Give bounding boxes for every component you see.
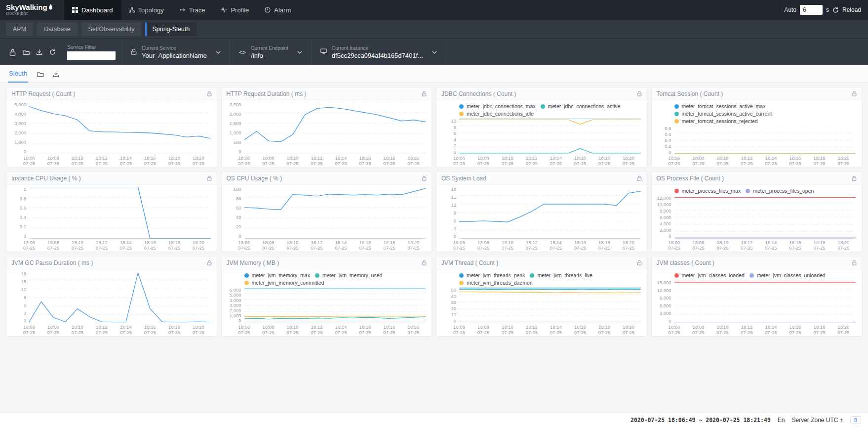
nav-item-profile[interactable]: Profile: [213, 0, 257, 20]
legend-item[interactable]: meter_tomcat_sessions_active_max: [674, 103, 766, 109]
legend-item[interactable]: meter_jvm_memory_used: [315, 272, 382, 278]
legend-item[interactable]: meter_tomcat_sessions_active_current: [674, 111, 772, 117]
legend-item[interactable]: meter_tomcat_sessions_rejected: [674, 118, 758, 124]
x-tick-time: 18:08: [692, 240, 704, 245]
x-tick-label: 18:2007-25: [837, 240, 849, 251]
x-tick-time: 18:10: [72, 324, 83, 330]
legend-item[interactable]: meter_process_files_open: [746, 188, 814, 194]
lock-icon[interactable]: [852, 91, 857, 96]
legend-label: meter_jvm_classes_loaded: [682, 272, 745, 278]
x-tick-time: 18:14: [765, 240, 777, 245]
lock-icon[interactable]: [422, 260, 427, 265]
legend-item[interactable]: meter_jvm_memory_max: [244, 272, 310, 278]
legend-item[interactable]: meter_process_files_max: [674, 188, 741, 194]
tab-sleuth[interactable]: Sleuth: [8, 65, 28, 83]
folder-icon[interactable]: [37, 71, 44, 77]
logo[interactable]: SkyWalking Rocketbot: [6, 3, 64, 16]
language-toggle[interactable]: En: [778, 417, 785, 424]
legend-item[interactable]: meter_jvm_memory_committed: [244, 280, 324, 286]
lock-icon[interactable]: [637, 91, 642, 96]
chart-plot: 5,0004,0003,0002,0001,000018:0607-2518:0…: [9, 102, 211, 166]
chart-title: HTTP Request ( Count ): [11, 90, 75, 97]
download-icon[interactable]: [33, 49, 46, 55]
chart-panel-header: JVM Thread ( Count ): [436, 256, 647, 269]
reload-label[interactable]: Reload: [842, 6, 861, 13]
reload-icon[interactable]: [832, 7, 839, 13]
tab-selfobservability[interactable]: SelfObservability: [81, 22, 142, 36]
x-tick-time: 18:14: [120, 155, 132, 161]
lock-icon[interactable]: [207, 260, 212, 265]
tab-database[interactable]: Database: [37, 22, 78, 36]
x-tick-date: 07-25: [359, 245, 371, 251]
x-tick-time: 18:10: [502, 324, 513, 330]
legend-item[interactable]: meter_jdbc_connections_max: [459, 103, 536, 109]
y-tick-label: 15: [451, 195, 456, 200]
legend-item[interactable]: meter_jvm_threads_peak: [459, 272, 525, 278]
lock-icon[interactable]: [6, 49, 19, 56]
x-tick-date: 07-25: [837, 330, 849, 335]
tab-apm[interactable]: APM: [6, 22, 33, 36]
x-tick-label: 18:0607-25: [453, 324, 465, 336]
x-tick-time: 18:18: [383, 324, 395, 330]
x-axis-labels: 18:0607-2518:0807-2518:1007-2518:1207-25…: [29, 154, 211, 166]
lock-icon[interactable]: [207, 91, 212, 96]
lock-icon[interactable]: [852, 175, 857, 181]
x-tick-date: 07-25: [47, 161, 59, 166]
x-tick-date: 07-25: [193, 161, 204, 166]
nav-item-trace[interactable]: Trace: [172, 0, 213, 20]
chart-plot: 181512963018:0607-2518:0807-2518:1007-25…: [9, 271, 211, 335]
lock-icon[interactable]: [207, 175, 212, 181]
current-endpoint-selector[interactable]: <> Current Endpoint /info: [230, 39, 311, 65]
chart-title: HTTP Request Duration ( ms ): [227, 90, 307, 97]
x-tick-time: 18:16: [144, 324, 156, 330]
chart-panel-header: Tomcat Session ( Count ): [652, 87, 862, 100]
nav-item-dashboard[interactable]: Dashboard: [64, 0, 121, 20]
x-tick-label: 18:0607-25: [238, 324, 250, 336]
x-tick-date: 07-25: [335, 161, 347, 166]
x-tick-label: 18:1007-25: [502, 240, 513, 251]
x-tick-time: 18:20: [623, 240, 634, 245]
legend-item[interactable]: meter_jdbc_connections_idle: [459, 111, 534, 117]
lock-icon[interactable]: [637, 260, 642, 265]
x-tick-date: 07-25: [453, 245, 465, 251]
x-tick-label: 18:1807-25: [813, 324, 825, 336]
x-tick-date: 07-25: [286, 161, 298, 166]
nav-item-alarm[interactable]: Alarm: [257, 0, 299, 20]
time-range[interactable]: 2020-07-25 18:06:49 ~ 2020-07-25 18:21:4…: [631, 417, 771, 424]
tab-spring-sleuth[interactable]: Spring-Sleuth: [145, 22, 197, 36]
refresh-icon[interactable]: [46, 49, 59, 55]
x-tick-time: 18:14: [335, 155, 347, 161]
legend-item[interactable]: meter_jvm_threads_live: [530, 272, 592, 278]
x-tick-date: 07-25: [502, 245, 513, 251]
nav-item-topology[interactable]: Topology: [121, 0, 172, 20]
x-tick-label: 18:1607-25: [789, 240, 801, 251]
x-tick-label: 18:1607-25: [574, 240, 586, 251]
legend-item[interactable]: meter_jdbc_connections_active: [541, 103, 621, 109]
current-service-selector[interactable]: Current Service Your_ApplicationName: [121, 39, 230, 65]
auto-interval-input[interactable]: [800, 5, 823, 15]
download-icon[interactable]: [53, 71, 59, 77]
x-tick-label: 18:1007-25: [72, 324, 83, 336]
line-chart: [674, 280, 856, 323]
server-zone-value[interactable]: 8: [850, 416, 861, 424]
x-tick-date: 07-25: [668, 330, 680, 335]
legend-item[interactable]: meter_jvm_threads_daemon: [459, 280, 533, 286]
legend-item[interactable]: meter_jvm_classes_loaded: [674, 272, 745, 278]
lock-icon[interactable]: [852, 260, 857, 265]
chart-panel: OS Process File ( Count )meter_process_f…: [651, 171, 863, 252]
current-instance-selector[interactable]: Current Instance df5cc29cca094af4b165d74…: [311, 39, 446, 65]
x-tick-label: 18:1007-25: [716, 240, 728, 251]
x-tick-date: 07-25: [692, 161, 704, 166]
folder-icon[interactable]: [19, 49, 33, 55]
service-filter-input[interactable]: [67, 51, 116, 60]
x-tick-time: 18:12: [96, 240, 108, 245]
nav-label: Trace: [189, 6, 205, 14]
x-tick-label: 18:1007-25: [286, 324, 298, 336]
x-tick-label: 18:1407-25: [550, 155, 562, 167]
lock-icon[interactable]: [422, 91, 427, 96]
x-tick-date: 07-25: [72, 161, 83, 166]
legend-item[interactable]: meter_jvm_classes_unloaded: [750, 272, 826, 278]
lock-icon[interactable]: [422, 175, 427, 181]
lock-icon[interactable]: [637, 175, 642, 181]
y-tick-label: 4,000: [660, 221, 671, 226]
